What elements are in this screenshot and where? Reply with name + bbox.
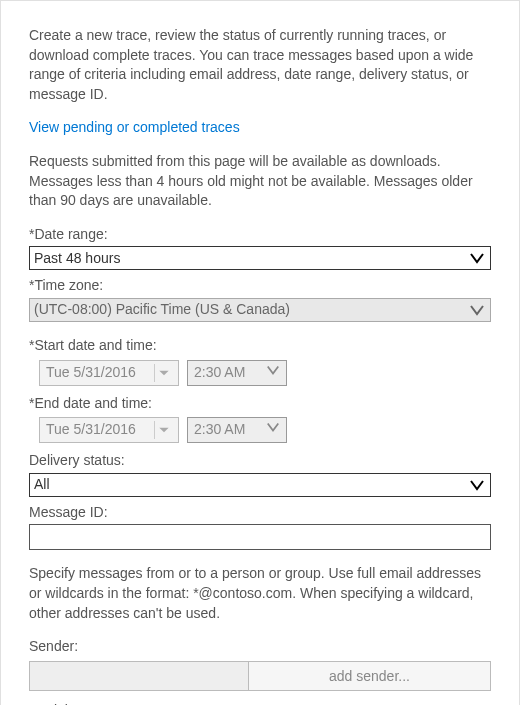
date-range-select[interactable]: Past 48 hours <box>29 246 491 270</box>
recipient-label: Recipient: <box>29 701 491 705</box>
date-range-label: *Date range: <box>29 225 491 245</box>
sender-label: Sender: <box>29 637 491 657</box>
message-id-label: Message ID: <box>29 503 491 523</box>
delivery-status-select[interactable]: All <box>29 473 491 497</box>
chevron-down-icon <box>266 420 280 440</box>
start-time-value: 2:30 AM <box>194 363 245 383</box>
sender-input[interactable] <box>29 661 249 691</box>
add-sender-button[interactable]: add sender... <box>249 661 491 691</box>
triangle-down-icon <box>154 421 172 439</box>
date-range-value: Past 48 hours <box>34 249 468 269</box>
end-time-picker[interactable]: 2:30 AM <box>187 417 287 443</box>
start-dt-label: *Start date and time: <box>29 336 491 356</box>
time-zone-label: *Time zone: <box>29 276 491 296</box>
availability-note: Requests submitted from this page will b… <box>29 152 491 211</box>
time-zone-value: (UTC-08:00) Pacific Time (US & Canada) <box>34 300 468 320</box>
message-id-input[interactable] <box>29 524 491 550</box>
end-date-value: Tue 5/31/2016 <box>46 420 136 440</box>
end-time-value: 2:30 AM <box>194 420 245 440</box>
time-zone-select[interactable]: (UTC-08:00) Pacific Time (US & Canada) <box>29 298 491 322</box>
chevron-down-icon <box>468 249 486 267</box>
start-time-picker[interactable]: 2:30 AM <box>187 360 287 386</box>
chevron-down-icon <box>266 363 280 383</box>
triangle-down-icon <box>154 364 172 382</box>
start-date-picker[interactable]: Tue 5/31/2016 <box>39 360 179 386</box>
delivery-status-label: Delivery status: <box>29 451 491 471</box>
wildcard-note: Specify messages from or to a person or … <box>29 564 491 623</box>
chevron-down-icon <box>468 301 486 319</box>
end-dt-label: *End date and time: <box>29 394 491 414</box>
delivery-status-value: All <box>34 475 468 495</box>
end-date-picker[interactable]: Tue 5/31/2016 <box>39 417 179 443</box>
chevron-down-icon <box>468 476 486 494</box>
start-date-value: Tue 5/31/2016 <box>46 363 136 383</box>
view-pending-link[interactable]: View pending or completed traces <box>29 118 240 138</box>
intro-text: Create a new trace, review the status of… <box>29 26 491 104</box>
